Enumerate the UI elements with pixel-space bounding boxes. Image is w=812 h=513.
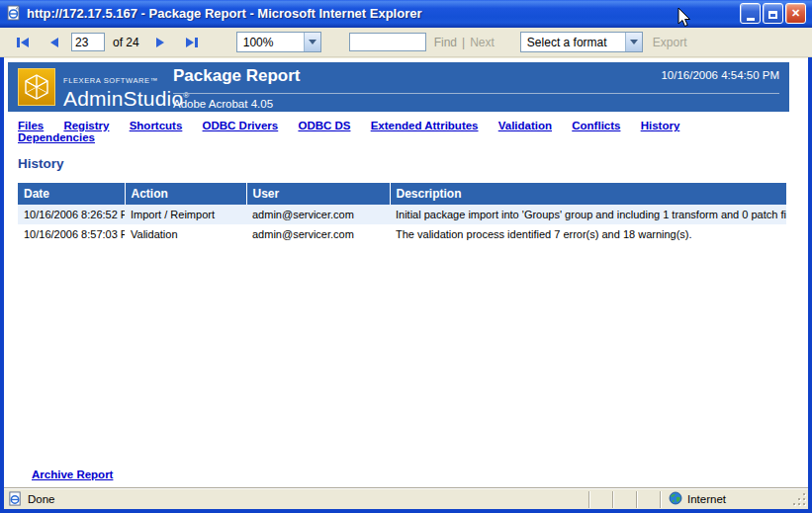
page-number-input[interactable] (71, 33, 105, 51)
header-divider (173, 93, 779, 94)
column-header-description: Description (390, 183, 786, 205)
export-format-select[interactable]: Select a format (520, 32, 643, 52)
cell-description: Initial package import into 'Groups' gro… (390, 205, 786, 224)
section-nav: Files Registry Shortcuts ODBC Drivers OD… (18, 120, 789, 143)
cell-date: 10/16/2006 8:26:52 PM (18, 205, 125, 224)
minimize-button[interactable] (740, 3, 761, 24)
table-header-row: Date Action User Description (18, 183, 786, 205)
flexera-software-label: FLEXERA SOFTWARE™ (63, 76, 158, 85)
cell-action: Import / Reimport (125, 205, 246, 224)
cell-user: admin@servicer.com (246, 224, 390, 244)
next-page-button[interactable] (151, 37, 170, 48)
minimize-icon (747, 18, 755, 21)
first-page-button[interactable] (12, 37, 35, 48)
cell-description: The validation process identified 7 erro… (390, 224, 786, 244)
ie-page-icon (6, 5, 22, 21)
archive-report-link[interactable]: Archive Report (32, 469, 113, 480)
first-page-icon (16, 37, 31, 48)
cell-date: 10/16/2006 8:57:03 PM (18, 224, 125, 244)
table-row: 10/16/2006 8:57:03 PM Validation admin@s… (18, 224, 786, 244)
next-page-icon (155, 37, 166, 48)
status-bar: Done Internet (4, 488, 808, 509)
nav-link-shortcuts[interactable]: Shortcuts (130, 120, 183, 131)
chevron-down-icon (309, 40, 316, 44)
nav-link-conflicts[interactable]: Conflicts (572, 120, 620, 131)
format-dropdown-button[interactable] (625, 33, 642, 51)
column-header-date: Date (18, 183, 125, 205)
column-header-action: Action (125, 183, 246, 205)
export-button[interactable]: Export (653, 36, 687, 49)
adminstudio-logo-icon (18, 68, 55, 106)
adminstudio-label: AdminStudio® (63, 87, 189, 110)
nav-link-registry[interactable]: Registry (63, 120, 109, 131)
find-next-separator: | (462, 36, 465, 49)
report-header-band: FLEXERA SOFTWARE™ AdminStudio® Package R… (8, 62, 789, 112)
column-header-user: User (246, 183, 390, 205)
status-pane (588, 491, 612, 508)
page-title: Package Report (173, 66, 301, 86)
report-page: FLEXERA SOFTWARE™ AdminStudio® Package R… (4, 58, 808, 488)
internet-globe-icon (669, 491, 682, 507)
close-icon: ✕ (791, 7, 800, 19)
maximize-button[interactable] (763, 3, 783, 24)
history-section-title: History (18, 156, 64, 171)
cell-action: Validation (125, 224, 246, 244)
package-name: Adobe Acrobat 4.05 (173, 98, 273, 110)
report-timestamp: 10/16/2006 4:54:50 PM (661, 69, 779, 81)
resize-grip[interactable] (792, 491, 808, 508)
security-zone-pane: Internet (660, 491, 792, 508)
find-input[interactable] (349, 33, 426, 51)
zoom-value: 100% (237, 36, 304, 49)
zone-text: Internet (687, 493, 726, 505)
report-toolbar: of 24 100% Find | Next Select a format E… (0, 28, 812, 57)
zoom-select[interactable]: 100% (236, 32, 321, 52)
table-row: 10/16/2006 8:26:52 PM Import / Reimport … (18, 205, 786, 224)
cell-user: admin@servicer.com (246, 205, 390, 224)
status-pane (612, 491, 636, 508)
nav-link-odbc-ds[interactable]: ODBC DS (298, 120, 350, 131)
page-count-label: of 24 (113, 36, 139, 49)
brand-block: FLEXERA SOFTWARE™ AdminStudio® (63, 69, 189, 110)
nav-link-validation[interactable]: Validation (498, 120, 552, 131)
next-result-button[interactable]: Next (470, 36, 495, 49)
find-button[interactable]: Find (434, 36, 457, 49)
history-table: Date Action User Description 10/16/2006 … (18, 183, 786, 244)
last-page-icon (184, 37, 199, 48)
title-bar[interactable]: http://172.17.5.167 - Package Report - M… (0, 0, 812, 28)
nav-link-dependencies[interactable]: Dependencies (18, 131, 95, 143)
status-pane (636, 491, 660, 508)
maximize-icon (768, 11, 777, 19)
last-page-button[interactable] (180, 37, 203, 48)
nav-link-odbc-drivers[interactable]: ODBC Drivers (203, 120, 279, 131)
previous-page-button[interactable] (45, 37, 63, 48)
close-button[interactable]: ✕ (785, 3, 806, 24)
nav-link-extended-attributes[interactable]: Extended Attributes (371, 120, 479, 131)
ie-page-icon (8, 491, 23, 508)
window-title: http://172.17.5.167 - Package Report - M… (27, 6, 740, 21)
nav-link-files[interactable]: Files (18, 120, 44, 131)
zoom-dropdown-button[interactable] (304, 33, 320, 51)
browser-window: http://172.17.5.167 - Package Report - M… (0, 0, 812, 513)
nav-link-history[interactable]: History (641, 120, 680, 131)
previous-page-icon (48, 37, 59, 48)
chevron-down-icon (630, 40, 638, 44)
export-format-value: Select a format (521, 36, 625, 49)
status-text: Done (28, 493, 55, 505)
